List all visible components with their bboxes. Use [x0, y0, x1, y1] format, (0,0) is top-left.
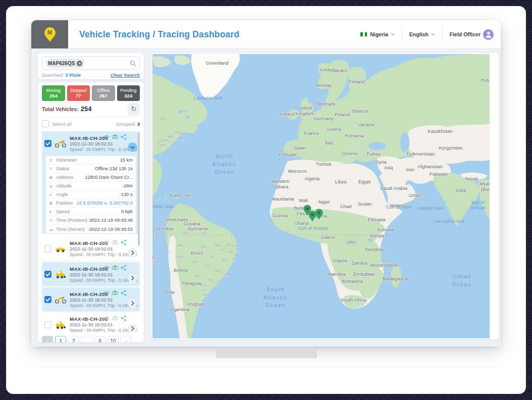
vehicle-list-item[interactable]: MAX-IB-CH-205 2022-11-30 18:02:01 Speed … [42, 262, 140, 286]
user-menu[interactable]: Field Officer [450, 29, 494, 40]
page-title: Vehicle Tracking / Tracing Dashboard [79, 20, 239, 48]
detail-value: 15 6.570058 o. 3.267782 0 [77, 201, 133, 206]
detail-label: Altitude [56, 183, 122, 188]
map-panel: GreenlandIcelandSwedenNorwayFinlandRussi… [151, 53, 499, 339]
page-button[interactable]: 10 [108, 336, 119, 342]
prev-page-button[interactable]: ‹ [42, 336, 53, 342]
search-input[interactable]: MAP626QS × [42, 57, 140, 70]
detail-value: -2022-12-19 09:45:53 [88, 227, 133, 232]
gps-device-icon[interactable] [103, 265, 110, 270]
expand-details-button[interactable] [128, 273, 137, 283]
vehicle-speed-trip: Speed - 30 KMPH, Trip - 0.199 KM [70, 278, 137, 283]
detail-icon: ◷ [49, 218, 56, 223]
share-icon[interactable] [121, 239, 127, 245]
detail-value: 15 km [120, 158, 133, 163]
world-map[interactable]: GreenlandIcelandSwedenNorwayFinlandRussi… [152, 54, 490, 338]
camera-icon[interactable] [112, 134, 118, 139]
next-page-button[interactable]: › [121, 336, 132, 342]
status-filter-button[interactable]: Offline 267 [92, 85, 115, 101]
detail-row: ↻ Status Offline 23d 13h 1s [46, 165, 136, 173]
detail-label: Odometer [56, 158, 120, 163]
vehicle-speed-trip: Speed - 30 KMPH, Trip - 0.199 KM [70, 303, 137, 308]
vehicle-timestamp: 2022-11-30 18:02:01 [70, 322, 137, 327]
status-filter-row: Moving 254 Stopped 77 Offline 267 [42, 85, 140, 101]
detail-icon: ▲ [49, 183, 56, 188]
collapse-details-button[interactable] [128, 142, 137, 152]
vehicle-list-item[interactable]: MAX-IB-CH-205 2022-11-30 18:02:01 Speed … [42, 131, 140, 156]
vehicle-list-item[interactable]: MAX-IB-CH-205 2022-11-30 18:02:01 Speed … [42, 237, 140, 261]
app-window: M Vehicle Tracking / Tracing Dashboard N… [31, 20, 501, 346]
vehicle-list-item[interactable]: MAX-IB-CH-205 2022-11-30 18:02:01 Speed … [42, 287, 140, 312]
camera-icon[interactable] [112, 239, 118, 245]
country-selector[interactable]: Nigeria [360, 31, 395, 37]
gps-device-icon[interactable] [103, 134, 110, 139]
language-selector[interactable]: English [409, 31, 435, 37]
vehicle-checkbox[interactable] [44, 140, 51, 147]
page-button[interactable]: ... [81, 336, 92, 342]
avatar[interactable] [483, 29, 494, 40]
gps-device-icon[interactable] [103, 290, 110, 295]
detail-value: Offline 23d 13h 1s [95, 166, 133, 171]
logo-letter: M [47, 29, 52, 35]
search-icon[interactable] [130, 60, 136, 67]
expand-details-button[interactable] [128, 298, 137, 308]
detail-row: ☁ Time (Server) -2022-12-19 09:45:53 [46, 225, 136, 233]
vehicle-map-marker[interactable] [315, 209, 323, 220]
clear-search-link[interactable]: Clear Search [111, 72, 140, 78]
vehicle-type-icon-motorcycle [54, 295, 67, 304]
country-label: Nigeria [370, 31, 388, 37]
share-icon[interactable] [121, 265, 127, 271]
page-button[interactable]: 9 [94, 336, 105, 342]
map-base-layer [152, 54, 490, 338]
vehicle-type-icon-tricycle [54, 270, 67, 279]
detail-value: 2022-12-19 09:45:48 [89, 218, 133, 223]
search-tag-text: MAP626QS [48, 61, 75, 66]
vehicle-list-item[interactable]: MAX-IB-CH-205 2022-11-30 18:02:01 Speed … [42, 313, 140, 332]
expand-details-button[interactable] [128, 248, 137, 258]
vehicle-speed-trip: Speed - 30 KMPH, Trip - 0.199 KM [70, 328, 137, 332]
vehicle-checkbox[interactable] [44, 245, 51, 253]
page-button[interactable]: 2 [68, 336, 79, 342]
camera-icon[interactable] [112, 265, 118, 270]
searched-label: Searched: [42, 72, 64, 78]
chevron-down-icon [391, 32, 395, 36]
status-filter-button[interactable]: Stopped 77 [67, 85, 90, 101]
detail-value: 0 kph [121, 209, 133, 214]
nigeria-flag-icon [360, 32, 367, 37]
vehicle-timestamp: 2022-11-30 18:02:01 [70, 297, 137, 303]
list-scrollbar[interactable] [138, 132, 140, 246]
select-all-checkbox[interactable] [42, 120, 49, 127]
detail-icon: ◉ [49, 201, 56, 206]
expand-details-button[interactable] [128, 324, 137, 332]
page-button[interactable]: 1 [55, 336, 66, 342]
camera-icon[interactable] [112, 315, 118, 321]
detail-label: Time (Server) [56, 227, 88, 232]
grouped-count: Grouped: 3 [116, 121, 140, 127]
share-icon[interactable] [121, 290, 127, 296]
status-filter-button[interactable]: Pending 324 [117, 85, 140, 101]
search-tag: MAP626QS × [45, 59, 85, 68]
detail-value: -18m [122, 183, 133, 188]
vehicle-checkbox[interactable] [44, 296, 51, 303]
gps-device-icon[interactable] [103, 239, 110, 245]
share-icon[interactable] [121, 134, 127, 140]
remove-tag-icon[interactable]: × [77, 61, 82, 66]
refresh-button[interactable]: ↻ [128, 103, 140, 115]
vehicle-checkbox[interactable] [44, 271, 51, 278]
vehicle-type-icon-motorcycle [54, 139, 67, 148]
share-icon[interactable] [121, 315, 127, 321]
total-vehicles-value: 254 [81, 105, 92, 113]
detail-row: ◉ Position 15 6.570058 o. 3.267782 0 [46, 199, 136, 208]
detail-icon: ∠ [49, 192, 56, 197]
status-filter-button[interactable]: Moving 254 [42, 85, 65, 101]
gps-device-icon[interactable] [103, 315, 110, 321]
camera-icon[interactable] [112, 290, 118, 295]
divider [442, 28, 443, 41]
detail-label: Status [56, 166, 95, 171]
vehicle-checkbox[interactable] [44, 321, 51, 328]
detail-value: -130 o [120, 192, 133, 197]
vehicle-group-expanded: MAX-IB-CH-205 2022-11-30 18:02:01 Speed … [42, 131, 140, 234]
vehicle-speed-trip: Speed - 30 KMPH, Trip - 0.199 KM [70, 147, 137, 152]
detail-icon: ◉ [49, 175, 56, 180]
app-logo[interactable]: M [31, 20, 68, 48]
